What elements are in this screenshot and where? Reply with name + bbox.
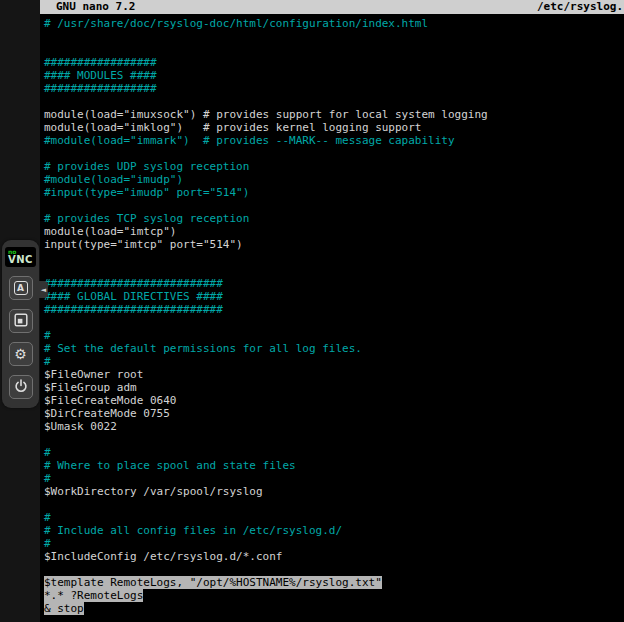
novnc-logo-vnc: VNC (8, 255, 33, 265)
editor-line: ########################### (44, 277, 624, 290)
editor-line: # (44, 537, 624, 550)
editor-line: $FileGroup adm (44, 381, 624, 394)
editor-line: #### MODULES #### (44, 69, 624, 82)
editor-line: $IncludeConfig /etc/rsyslog.d/*.conf (44, 550, 624, 563)
editor-line: # Where to place spool and state files (44, 459, 624, 472)
editor-lines[interactable]: # /usr/share/doc/rsyslog-doc/html/config… (40, 14, 624, 615)
editor-line: # (44, 511, 624, 524)
editor-line: *.* ?RemoteLogs (44, 589, 624, 602)
editor-line (44, 251, 624, 264)
editor-line: $template RemoteLogs, "/opt/%HOSTNAME%/r… (44, 576, 624, 589)
editor-line: # (44, 446, 624, 459)
editor-line (44, 563, 624, 576)
editor-line: $Umask 0022 (44, 420, 624, 433)
editor-line: # (44, 329, 624, 342)
editor-line (44, 147, 624, 160)
editor-line (44, 95, 624, 108)
nano-titlebar: GNU nano 7.2 /etc/rsyslog. (40, 0, 624, 14)
editor-line: module(load="imtcp") (44, 225, 624, 238)
editor-line: $DirCreateMode 0755 (44, 407, 624, 420)
nano-app-title: GNU nano 7.2 (56, 0, 135, 14)
editor-line: module(load="imklog") # provides kernel … (44, 121, 624, 134)
novnc-control-bar: no VNC A ⚙ (2, 240, 39, 408)
editor-line: #### GLOBAL DIRECTIVES #### (44, 290, 624, 303)
editor-line: # provides TCP syslog reception (44, 212, 624, 225)
editor-line (44, 316, 624, 329)
clipboard-icon: A (14, 281, 28, 295)
editor-line: #module(load="imudp") (44, 173, 624, 186)
clipboard-button[interactable]: A (9, 276, 33, 300)
editor-line: #input(type="imudp" port="514") (44, 186, 624, 199)
chevron-left-icon: ◄ (41, 286, 46, 294)
nano-terminal[interactable]: GNU nano 7.2 /etc/rsyslog. # /usr/share/… (40, 0, 624, 622)
editor-line: $WorkDirectory /var/spool/rsyslog (44, 485, 624, 498)
editor-line (44, 199, 624, 212)
nano-file-path: /etc/rsyslog. (537, 0, 623, 14)
power-icon (14, 378, 28, 397)
editor-line: ########################### (44, 303, 624, 316)
editor-line: # (44, 355, 624, 368)
editor-line: # /usr/share/doc/rsyslog-doc/html/config… (44, 17, 624, 30)
editor-line: # provides UDP syslog reception (44, 160, 624, 173)
editor-line (44, 30, 624, 43)
gear-icon: ⚙ (14, 347, 27, 361)
editor-line: $FileCreateMode 0640 (44, 394, 624, 407)
editor-line (44, 43, 624, 56)
editor-line: # Include all config files in /etc/rsysl… (44, 524, 624, 537)
editor-line: & stop (44, 602, 624, 615)
editor-line: # (44, 472, 624, 485)
editor-line: module(load="imuxsock") # provides suppo… (44, 108, 624, 121)
editor-line: # Set the default permissions for all lo… (44, 342, 624, 355)
power-button[interactable] (9, 375, 33, 399)
editor-line: ################# (44, 56, 624, 69)
editor-line (44, 433, 624, 446)
control-bar-collapse-handle[interactable]: ◄ (39, 281, 48, 298)
fullscreen-button[interactable] (9, 309, 33, 333)
editor-line: #module(load="immark") # provides --MARK… (44, 134, 624, 147)
editor-line: input(type="imtcp" port="514") (44, 238, 624, 251)
editor-line: $FileOwner root (44, 368, 624, 381)
fullscreen-icon (14, 312, 28, 331)
editor-line (44, 264, 624, 277)
editor-line (44, 498, 624, 511)
novnc-logo: no VNC (5, 247, 36, 267)
settings-button[interactable]: ⚙ (9, 342, 33, 366)
editor-line: ################# (44, 82, 624, 95)
